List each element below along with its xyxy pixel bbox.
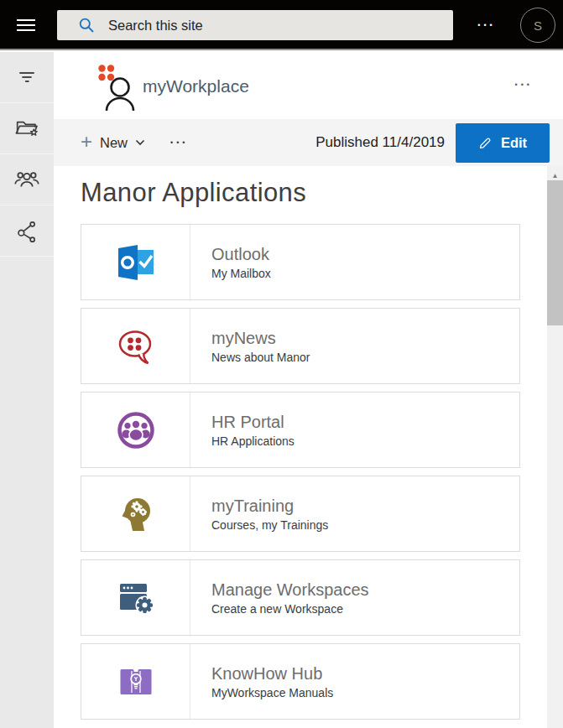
tile-title: myTraining (211, 496, 328, 516)
knowhow-book-bulb-icon (116, 662, 156, 702)
hamburger-menu-button[interactable] (14, 15, 38, 35)
topbar-more-icon[interactable]: ••• (472, 0, 502, 50)
search-icon (78, 17, 95, 34)
plus-icon: + (81, 132, 92, 152)
training-head-gears-icon (116, 494, 156, 534)
site-logo[interactable] (94, 60, 139, 111)
pencil-icon (478, 136, 493, 150)
avatar[interactable]: S (520, 8, 555, 43)
tile-subtitle: HR Applications (211, 434, 295, 448)
new-button[interactable]: + New (81, 134, 145, 152)
sidebar-item-people[interactable] (0, 154, 54, 205)
people-icon (13, 165, 41, 194)
scrollbar-thumb[interactable] (547, 180, 563, 325)
chevron-down-icon (135, 139, 145, 146)
page-title: Manor Applications (81, 178, 536, 208)
site-more-icon[interactable]: ••• (512, 72, 536, 97)
outlook-icon (116, 242, 156, 283)
tile-subtitle: My Mailbox (211, 267, 271, 280)
share-icon (13, 217, 40, 244)
sidebar-item-documents[interactable] (0, 103, 54, 154)
app-tile-knowhow-hub[interactable]: KnowHow Hub MyWorkspace Manuals (81, 643, 520, 720)
app-tile-mytraining[interactable]: myTraining Courses, my Trainings (81, 476, 520, 552)
hr-people-circle-icon (116, 410, 156, 450)
tile-title: Outlook (211, 244, 271, 264)
command-bar: + New ••• Published 11/4/2019 Edit (54, 119, 563, 166)
tile-subtitle: News about Manor (211, 351, 310, 364)
app-tile-outlook[interactable]: Outlook My Mailbox (81, 224, 520, 300)
tile-title: KnowHow Hub (211, 663, 333, 684)
tile-subtitle: Courses, my Trainings (211, 518, 328, 532)
command-more-icon[interactable]: ••• (169, 132, 190, 153)
edit-button-label: Edit (501, 135, 527, 151)
mynews-speech-bubble-icon (116, 326, 156, 367)
edit-button[interactable]: Edit (456, 123, 550, 163)
new-button-label: New (100, 135, 128, 151)
page-body: Manor Applications Outlook My Mailbox (54, 166, 563, 720)
site-title[interactable]: myWorkplace (143, 76, 249, 96)
tile-title: myNews (211, 328, 310, 348)
main-content: myWorkplace ••• + New ••• Published 11/4… (54, 52, 563, 728)
filter-lines-icon (14, 65, 39, 90)
app-tile-hr-portal[interactable]: HR Portal HR Applications (81, 392, 520, 468)
site-header: myWorkplace ••• (54, 52, 563, 119)
tile-title: Manage Workspaces (211, 580, 369, 600)
folder-star-icon (13, 115, 40, 142)
scrollbar[interactable]: ▲ (547, 166, 563, 728)
workspace-window-gear-icon (116, 578, 156, 618)
search-box[interactable] (57, 10, 453, 40)
sidebar-item-filter[interactable] (0, 52, 54, 103)
sidebar-item-share[interactable] (0, 205, 54, 257)
published-status: Published 11/4/2019 (315, 134, 445, 151)
tile-title: HR Portal (211, 412, 295, 432)
app-tile-manage-workspaces[interactable]: Manage Workspaces Create a new Workspace (81, 559, 520, 636)
tile-subtitle: MyWorkspace Manuals (211, 686, 333, 699)
top-app-bar: ••• S (0, 0, 563, 50)
search-input[interactable] (107, 17, 425, 34)
left-rail (0, 52, 54, 728)
tile-subtitle: Create a new Workspace (211, 602, 369, 616)
app-tile-mynews[interactable]: myNews News about Manor (81, 308, 520, 384)
